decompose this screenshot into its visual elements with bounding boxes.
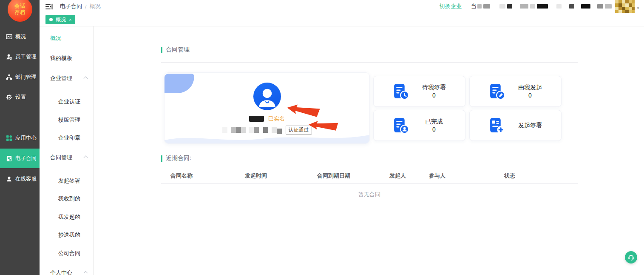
subnav-enterprise-auth[interactable]: 企业认证 [58, 98, 80, 106]
avatar[interactable] [615, 0, 635, 13]
menu-fold-icon[interactable] [45, 3, 53, 10]
section-title-contract-mgmt: 合同管理 [161, 46, 190, 54]
table-header-divider [161, 183, 578, 184]
chevron-up-icon [84, 77, 88, 81]
logo-line1: 会话 [14, 3, 26, 9]
col-header-participants: 参与人 [429, 172, 445, 180]
subnav-cc-to-me[interactable]: 抄送我的 [58, 231, 80, 239]
primary-sidebar: 会话 存档 概况 员工管理 部门管理 设置 应用中心 电 [0, 0, 40, 275]
subnav-enterprise-seal[interactable]: 企业印章 [58, 134, 80, 142]
subnav-enterprise-mgmt[interactable]: 企业管理 [50, 74, 72, 82]
section-title-text: 合同管理 [166, 46, 190, 54]
subnav-label: 合同管理 [50, 154, 72, 160]
doc-add-icon [488, 117, 505, 134]
sidebar-item-departments[interactable]: 部门管理 [0, 67, 40, 87]
tab-bar: 概况 × [40, 13, 644, 26]
subnav-label: 模版管理 [58, 117, 80, 123]
current-company-prefix: 当 [471, 3, 477, 10]
decor-blob [165, 74, 194, 93]
divider [161, 62, 578, 63]
col-header-contract-name: 合同名称 [170, 172, 193, 180]
stat-card-initiated-by-me[interactable]: 由我发起 0 [469, 76, 562, 107]
subnav-label: 企业管理 [50, 75, 72, 81]
cert-badge: 认证通过 [286, 126, 312, 135]
top-header-bar: 电子合同 / 概况 切换企业 当 ▼ [40, 0, 644, 13]
sidebar-item-app-center[interactable]: 应用中心 [0, 128, 40, 148]
sidebar-item-employees[interactable]: 员工管理 [0, 47, 40, 66]
main-content: 合同管理 已实名 认证通过 [94, 26, 644, 275]
sidebar-item-label: 电子合同 [15, 155, 37, 162]
col-header-initiator: 发起人 [389, 172, 406, 180]
apps-icon [6, 135, 12, 141]
realname-badge: 已实名 [268, 115, 285, 123]
subnav-label: 抄送我的 [58, 232, 80, 238]
doc-stamp-icon [392, 117, 409, 134]
subnav-initiate-sign[interactable]: 发起签署 [58, 177, 80, 185]
switch-company-link[interactable]: 切换企业 [440, 3, 462, 10]
subnav-personal-center[interactable]: 个人中心 [50, 269, 72, 275]
subnav-initiated-by-me[interactable]: 我发起的 [58, 213, 80, 221]
redacted-user-name [249, 116, 264, 122]
app-logo: 会话 存档 [8, 0, 32, 22]
stat-text: 由我发起 0 [517, 83, 543, 99]
section-accent-bar [161, 47, 162, 53]
stat-text: 发起签署 [517, 121, 543, 129]
stat-label: 发起签署 [517, 121, 543, 129]
section-title-text: 近期合同: [166, 155, 191, 162]
breadcrumb-separator: / [85, 3, 87, 10]
settings-icon [6, 94, 12, 100]
breadcrumb: 电子合同 / 概况 [60, 3, 101, 10]
sidebar-item-econtract[interactable]: 电子合同 [0, 149, 40, 168]
customer-service-button[interactable] [625, 251, 637, 264]
subnav-received[interactable]: 我收到的 [58, 195, 80, 203]
contract-icon [6, 155, 12, 162]
stat-value: 0 [421, 126, 447, 133]
tab-overview[interactable]: 概况 × [45, 15, 75, 24]
topbar-right: 切换企业 当 ▼ [440, 0, 644, 13]
doc-edit-icon [488, 83, 505, 100]
redacted-company-name [477, 4, 612, 9]
sidebar-item-label: 员工管理 [15, 53, 37, 60]
employee-icon [6, 53, 12, 60]
subnav-template-mgmt[interactable]: 模版管理 [58, 116, 80, 124]
tab-label: 概况 [56, 16, 66, 23]
stat-label: 待我签署 [421, 83, 447, 91]
subnav-label: 我的模板 [50, 55, 72, 61]
subnav-label: 企业印章 [58, 135, 80, 141]
sidebar-item-online-support[interactable]: 在线客服 [0, 169, 40, 189]
stat-text: 待我签署 0 [421, 83, 447, 99]
subnav-company-contracts[interactable]: 公司合同 [58, 249, 80, 257]
subnav-label: 概况 [50, 35, 61, 41]
sidebar-item-overview[interactable]: 概况 [0, 27, 40, 46]
profile-card: 已实名 认证通过 [164, 72, 370, 144]
subnav-label: 公司合同 [58, 250, 80, 256]
table-bottom-divider [161, 205, 578, 205]
section-title-recent-contracts: 近期合同: [161, 155, 191, 162]
tab-active-dot-icon [49, 18, 53, 21]
stat-value: 0 [517, 92, 543, 99]
col-header-initiate-time: 发起时间 [245, 172, 267, 180]
subnav-label: 企业认证 [58, 98, 80, 105]
sidebar-item-settings[interactable]: 设置 [0, 87, 40, 107]
stat-card-completed[interactable]: 已完成 0 [373, 110, 465, 141]
subnav-label: 我收到的 [58, 195, 80, 202]
subnav-overview[interactable]: 概况 [50, 34, 61, 42]
tab-close-icon[interactable]: × [69, 17, 71, 22]
stat-text: 已完成 0 [421, 117, 447, 133]
subnav-my-templates[interactable]: 我的模板 [50, 54, 72, 62]
sidebar-item-label: 部门管理 [15, 74, 37, 81]
support-person-icon [6, 175, 12, 182]
stat-card-initiate-sign[interactable]: 发起签署 [469, 110, 562, 141]
subnav-label: 个人中心 [50, 269, 72, 275]
table-empty-state: 暂无合同 [161, 191, 578, 198]
department-icon [6, 74, 12, 80]
stat-card-awaiting-my-sign[interactable]: 待我签署 0 [373, 76, 465, 107]
chevron-down-icon[interactable]: ▼ [636, 6, 640, 10]
subnav-label: 我发起的 [58, 214, 80, 220]
breadcrumb-root[interactable]: 电子合同 [60, 3, 82, 10]
subnav-contract-mgmt[interactable]: 合同管理 [50, 154, 72, 161]
stat-label: 已完成 [421, 117, 447, 125]
profile-cert-row: 认证通过 [165, 126, 369, 135]
stat-label: 由我发起 [517, 83, 543, 91]
redacted-org-name [222, 126, 282, 134]
